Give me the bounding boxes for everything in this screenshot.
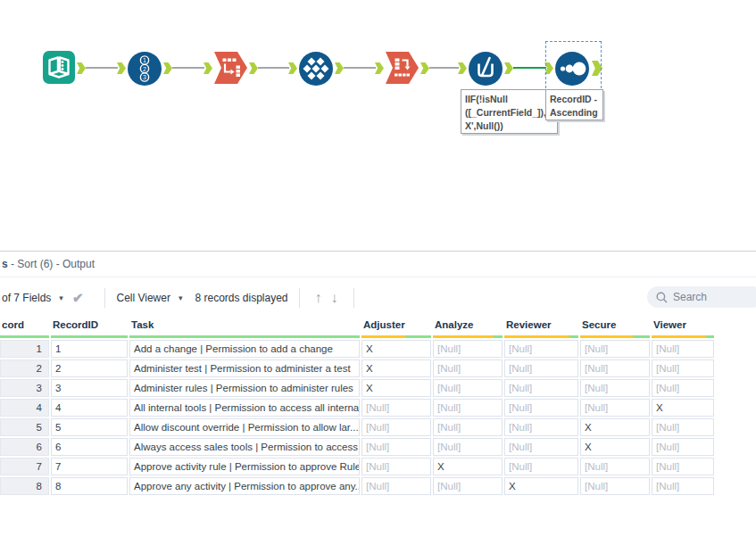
cell-reviewer[interactable]: [Null] bbox=[504, 340, 578, 358]
cell-analyze[interactable]: [Null] bbox=[433, 418, 503, 436]
cell-viewer[interactable]: [Null] bbox=[652, 418, 714, 436]
cell-adjuster[interactable]: [Null] bbox=[361, 477, 431, 495]
cell-analyze[interactable]: [Null] bbox=[433, 379, 503, 397]
cell-recordid[interactable]: 4 bbox=[51, 399, 128, 417]
connection-wire[interactable] bbox=[429, 67, 459, 69]
output-anchor[interactable] bbox=[335, 62, 344, 74]
output-anchor[interactable] bbox=[249, 62, 258, 74]
connection-wire[interactable] bbox=[344, 67, 376, 69]
cell-reviewer[interactable]: [Null] bbox=[504, 418, 578, 436]
cell-recordid[interactable]: 3 bbox=[51, 379, 128, 397]
cell-recordid[interactable]: 2 bbox=[51, 359, 128, 377]
connection-wire[interactable] bbox=[86, 67, 118, 69]
column-header-analyze[interactable]: Analyze bbox=[433, 318, 503, 338]
cell-viewer-dropdown[interactable]: Cell Viewer ▾ bbox=[116, 292, 182, 304]
cell-analyze[interactable]: [Null] bbox=[433, 438, 503, 456]
cell-reviewer[interactable]: [Null] bbox=[504, 458, 578, 475]
cell-reviewer[interactable]: [Null] bbox=[504, 359, 578, 377]
cell-reviewer[interactable]: [Null] bbox=[504, 379, 578, 397]
multi-field-formula-tool[interactable] bbox=[469, 52, 503, 89]
cell-reviewer[interactable]: [Null] bbox=[504, 438, 578, 456]
cell-adjuster[interactable]: [Null] bbox=[361, 418, 431, 436]
selected-connection-wire[interactable] bbox=[513, 67, 546, 69]
formula-annotation[interactable]: IIF(!isNull ([_CurrentField_]), X',Null(… bbox=[461, 89, 558, 134]
cell-record[interactable]: 3 bbox=[0, 379, 49, 397]
sort-annotation[interactable]: RecordID - Ascending bbox=[545, 89, 603, 120]
workflow-canvas[interactable]: 1 2 3 bbox=[0, 0, 756, 251]
cell-task[interactable]: Approve any activity | Permission to app… bbox=[129, 477, 360, 495]
cell-analyze[interactable]: [Null] bbox=[433, 477, 503, 495]
column-header-recordid[interactable]: RecordID bbox=[51, 318, 128, 338]
fields-dropdown[interactable]: of 7 Fields ▾ bbox=[2, 292, 63, 304]
cell-adjuster[interactable]: X bbox=[361, 340, 431, 358]
cell-secure[interactable]: [Null] bbox=[580, 399, 650, 417]
sort-tool[interactable] bbox=[555, 52, 589, 89]
cell-record[interactable]: 7 bbox=[0, 458, 49, 475]
cell-adjuster[interactable]: [Null] bbox=[361, 399, 431, 417]
cell-viewer[interactable]: [Null] bbox=[652, 359, 714, 377]
column-header-viewer[interactable]: Viewer bbox=[652, 318, 714, 338]
cell-task[interactable]: Administer test | Permission to administ… bbox=[129, 359, 360, 377]
input-data-tool[interactable] bbox=[43, 51, 75, 87]
output-anchor[interactable] bbox=[420, 62, 429, 74]
cell-viewer[interactable]: [Null] bbox=[652, 438, 714, 456]
apply-check-icon[interactable]: ✔ bbox=[72, 290, 84, 306]
cell-analyze[interactable]: [Null] bbox=[433, 340, 503, 358]
cell-recordid[interactable]: 6 bbox=[51, 438, 128, 456]
cell-secure[interactable]: X bbox=[580, 418, 650, 436]
output-anchor[interactable] bbox=[163, 62, 172, 74]
cell-secure[interactable]: [Null] bbox=[580, 458, 650, 475]
cell-viewer[interactable]: [Null] bbox=[652, 340, 714, 358]
connection-wire[interactable] bbox=[258, 67, 289, 69]
column-header-secure[interactable]: Secure bbox=[580, 318, 650, 338]
cell-record[interactable]: 6 bbox=[0, 438, 49, 456]
cell-secure[interactable]: [Null] bbox=[580, 379, 650, 397]
column-header-adjuster[interactable]: Adjuster bbox=[361, 318, 431, 338]
input-anchor[interactable] bbox=[117, 62, 126, 74]
search-input[interactable]: Search bbox=[647, 286, 756, 308]
cell-viewer[interactable]: [Null] bbox=[652, 458, 714, 475]
cell-record[interactable]: 8 bbox=[0, 477, 49, 495]
cell-adjuster[interactable]: X bbox=[361, 359, 431, 377]
cell-analyze[interactable]: [Null] bbox=[433, 399, 503, 417]
cell-analyze[interactable]: X bbox=[433, 458, 503, 475]
cell-recordid[interactable]: 5 bbox=[51, 418, 128, 436]
cell-recordid[interactable]: 7 bbox=[51, 458, 128, 475]
cell-viewer[interactable]: [Null] bbox=[652, 477, 714, 495]
cell-secure[interactable]: [Null] bbox=[580, 340, 650, 358]
cell-secure[interactable]: X bbox=[580, 438, 650, 456]
input-anchor[interactable] bbox=[288, 62, 297, 74]
cell-task[interactable]: Add a change | Permission to add a chang… bbox=[129, 340, 360, 358]
cell-secure[interactable]: [Null] bbox=[580, 359, 650, 377]
cell-task[interactable]: Administer rules | Permission to adminis… bbox=[129, 379, 360, 397]
cell-record[interactable]: 2 bbox=[0, 359, 49, 377]
connection-wire[interactable] bbox=[172, 67, 204, 69]
cell-recordid[interactable]: 8 bbox=[51, 477, 128, 495]
cell-task[interactable]: Approve activity rule | Permission to ap… bbox=[129, 458, 360, 475]
cell-secure[interactable]: [Null] bbox=[580, 477, 650, 495]
cross-tab-tool[interactable] bbox=[386, 52, 419, 87]
scroll-down-button[interactable]: ↓ bbox=[331, 290, 338, 306]
cell-task[interactable]: Always access sales tools | Permission t… bbox=[129, 438, 360, 456]
cell-record[interactable]: 1 bbox=[0, 340, 49, 358]
cell-reviewer[interactable]: [Null] bbox=[504, 399, 578, 417]
column-header-task[interactable]: Task bbox=[129, 318, 360, 338]
cell-reviewer[interactable]: X bbox=[504, 477, 578, 495]
scroll-up-button[interactable]: ↑ bbox=[315, 290, 322, 306]
cell-viewer[interactable]: X bbox=[652, 399, 714, 417]
cell-analyze[interactable]: [Null] bbox=[433, 359, 503, 377]
column-header-reviewer[interactable]: Reviewer bbox=[504, 318, 578, 338]
cell-task[interactable]: Allow discount override | Permission to … bbox=[129, 418, 360, 436]
record-id-tool[interactable]: 1 2 3 bbox=[128, 52, 162, 89]
transpose-tool[interactable] bbox=[214, 52, 247, 87]
input-anchor[interactable] bbox=[458, 62, 467, 74]
cell-adjuster[interactable]: [Null] bbox=[361, 458, 431, 475]
cell-record[interactable]: 5 bbox=[0, 418, 49, 436]
input-anchor[interactable] bbox=[375, 62, 384, 74]
output-anchor[interactable] bbox=[504, 62, 513, 74]
cell-task[interactable]: All internal tools | Permission to acces… bbox=[129, 399, 360, 417]
cell-viewer[interactable]: [Null] bbox=[652, 379, 714, 397]
summarize-tool[interactable] bbox=[299, 52, 333, 89]
cell-adjuster[interactable]: X bbox=[361, 379, 431, 397]
output-anchor[interactable] bbox=[77, 62, 86, 74]
